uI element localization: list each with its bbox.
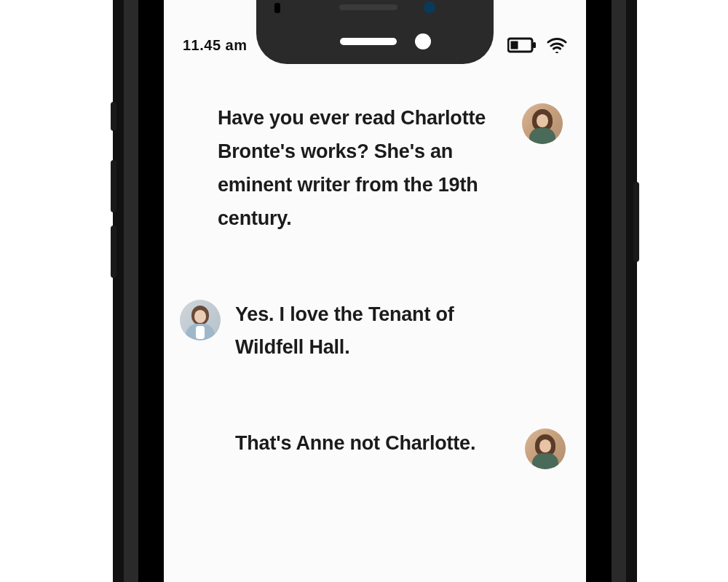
notch-earpiece — [339, 4, 397, 10]
notch-camera-lens — [424, 1, 435, 13]
message-row: Yes. I love the Tenant of Wildfell Hall. — [180, 298, 570, 365]
status-bar: 11.45 am — [164, 31, 586, 60]
notch-sensor-dot — [274, 3, 280, 13]
power-button — [633, 182, 639, 262]
message-row: Have you ever read Charlotte Bronte's wo… — [180, 102, 570, 236]
mute-switch — [111, 102, 116, 131]
avatar-sender-a[interactable] — [525, 428, 566, 469]
battery-icon — [507, 37, 537, 53]
svg-rect-2 — [533, 42, 536, 48]
message-text: That's Anne not Charlotte. — [235, 427, 512, 461]
message-text: Yes. I love the Tenant of Wildfell Hall. — [235, 298, 519, 365]
status-time: 11.45 am — [183, 37, 248, 54]
volume-down-btn — [111, 226, 116, 278]
chat-thread[interactable]: Have you ever read Charlotte Bronte's wo… — [164, 87, 586, 469]
wifi-icon — [547, 37, 567, 53]
message-text: Have you ever read Charlotte Bronte's wo… — [218, 102, 509, 236]
avatar-sender-a[interactable] — [522, 103, 563, 144]
message-row: That's Anne not Charlotte. — [180, 427, 570, 469]
volume-up-btn — [111, 160, 116, 212]
avatar-sender-b[interactable] — [180, 300, 221, 340]
svg-rect-1 — [511, 41, 518, 49]
status-right-cluster — [507, 37, 567, 53]
